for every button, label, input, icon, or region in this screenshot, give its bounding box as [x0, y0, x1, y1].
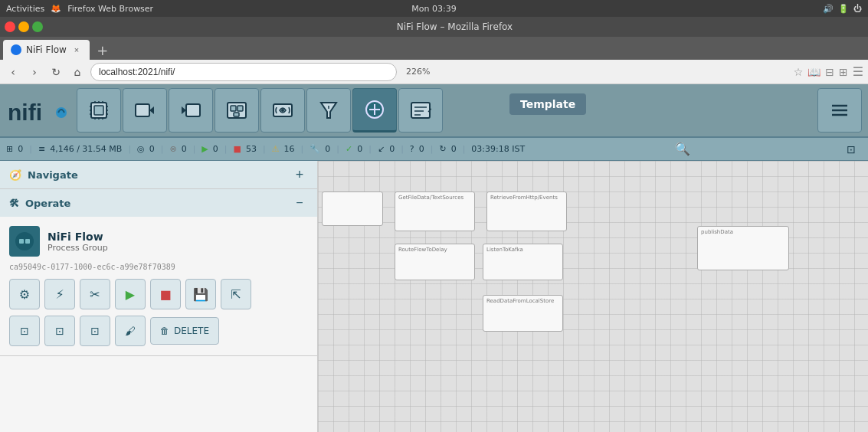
- template-btn[interactable]: [352, 88, 397, 133]
- remote-process-group-btn[interactable]: [260, 88, 305, 133]
- operate-collapse-btn[interactable]: −: [291, 195, 308, 211]
- status-running-val: 0: [213, 144, 218, 154]
- paint-btn[interactable]: 🖌: [115, 316, 146, 346]
- play-btn[interactable]: ▶: [115, 279, 146, 309]
- url-input[interactable]: [90, 63, 397, 81]
- operate-icon: 🛠: [9, 198, 19, 209]
- status-refresh-val: 0: [451, 144, 457, 154]
- new-tab-btn[interactable]: +: [93, 40, 113, 60]
- back-btn[interactable]: ‹: [5, 64, 21, 80]
- status-q-icon: ?: [410, 144, 414, 154]
- collapse-btn[interactable]: ⊡: [840, 139, 862, 160]
- output-port-btn[interactable]: [169, 88, 213, 133]
- forward-btn[interactable]: ›: [26, 64, 43, 80]
- status-q-val: 0: [419, 144, 424, 154]
- tab-nifi-flow[interactable]: NiFi Flow ×: [3, 40, 90, 60]
- svg-rect-22: [237, 106, 243, 111]
- addr-right-controls: ☆ 📖 ⊟ ⊞ ☰: [794, 64, 863, 79]
- input-port-btn[interactable]: [123, 88, 167, 133]
- process-group-details: NiFi Flow Process Group: [47, 231, 108, 253]
- tab-bar: NiFi Flow × +: [0, 37, 868, 60]
- process-group-icon: [9, 226, 40, 257]
- nifi-logo-svg: nifi: [6, 91, 67, 129]
- copy1-btn[interactable]: ⊡: [9, 316, 40, 346]
- menu-icon[interactable]: ☰: [853, 64, 863, 79]
- svg-rect-16: [136, 104, 149, 116]
- nifi-main: 🧭 Navigate + 🛠 Operate −: [0, 161, 868, 432]
- canvas-box-6[interactable]: ReadDataFromLocalStore: [483, 295, 563, 332]
- label-btn[interactable]: [398, 88, 443, 133]
- canvas-box-7[interactable]: publishData: [697, 226, 789, 270]
- reload-btn[interactable]: ↻: [47, 64, 64, 80]
- reader-icon[interactable]: 📖: [807, 66, 821, 78]
- os-topbar: Activities 🦊 Firefox Web Browser Mon 03:…: [0, 0, 868, 17]
- canvas-box-5[interactable]: ListenToKafka: [483, 244, 563, 280]
- status-disabled-val: 0: [182, 144, 187, 154]
- status-valid-val: 0: [357, 144, 362, 154]
- status-warn-icon: ⚠: [272, 144, 280, 154]
- svg-rect-23: [234, 113, 239, 116]
- win-min-btn[interactable]: [18, 21, 29, 32]
- status-warn-val: 16: [284, 144, 295, 154]
- firefox-icon: 🦊: [51, 4, 61, 14]
- nifi-toolbar: nifi: [0, 84, 868, 138]
- status-valid-icon: ✓: [346, 144, 352, 154]
- extensions-icon[interactable]: ⊞: [839, 66, 848, 78]
- operate-buttons-row2: ⊡ ⊡ ⊡ 🖌 🗑 DELETE: [9, 316, 308, 346]
- hamburger-menu-btn[interactable]: [817, 88, 862, 133]
- settings-btn[interactable]: ⚙: [9, 279, 40, 309]
- operate-buttons-row1: ⚙ ⚡ ✂ ▶ ■ 💾 ⇱: [9, 279, 308, 309]
- status-mem-icon: ≡: [38, 144, 45, 154]
- sidebar-toggle[interactable]: ⊟: [825, 66, 834, 78]
- svg-point-25: [281, 109, 284, 112]
- navigate-icon: 🧭: [9, 169, 21, 181]
- process-group-info: NiFi Flow Process Group: [9, 226, 308, 257]
- navigate-title: Navigate: [28, 169, 78, 181]
- delete-btn[interactable]: 🗑 DELETE: [150, 317, 219, 345]
- processor-btn[interactable]: [77, 88, 121, 133]
- status-stopped-val: 53: [246, 144, 257, 154]
- svg-rect-31: [411, 103, 430, 118]
- status-mem-val: 4,146 / 31.54 MB: [50, 144, 122, 154]
- process-group-btn[interactable]: [215, 88, 259, 133]
- os-topbar-right: 🔊 🔋 ⏻: [823, 4, 862, 14]
- canvas-area[interactable]: GetFileData/TextSources RetrieveFromHttp…: [318, 161, 868, 432]
- browser-title: NiFi Flow – Mozilla Firefox: [46, 21, 863, 32]
- operate-header: 🛠 Operate −: [0, 189, 317, 217]
- search-btn[interactable]: 🔍: [672, 139, 693, 160]
- canvas-box-4[interactable]: RouteFlowToDelay: [395, 244, 475, 280]
- win-close-btn[interactable]: [5, 21, 15, 32]
- canvas-box-1[interactable]: [322, 191, 383, 226]
- win-max-btn[interactable]: [32, 21, 43, 32]
- status-invalid-icon: 🔧: [310, 144, 320, 154]
- navigate-section: 🧭 Navigate +: [0, 161, 317, 189]
- navigate-add-btn[interactable]: +: [291, 166, 308, 183]
- save-btn[interactable]: 💾: [185, 279, 216, 309]
- copy2-btn[interactable]: ⊡: [44, 316, 75, 346]
- tab-favicon: [11, 44, 21, 55]
- stop-btn[interactable]: ■: [150, 279, 181, 309]
- frame-btn[interactable]: ⊡: [80, 316, 110, 346]
- scissors-btn[interactable]: ✂: [80, 279, 110, 309]
- tab-close-btn[interactable]: ×: [71, 44, 82, 55]
- bookmark-icon[interactable]: ☆: [794, 66, 804, 78]
- status-grid-val: 0: [18, 144, 23, 154]
- zoom-level: 226%: [401, 65, 434, 78]
- nifi-statusbar: ⊞ 0 | ≡ 4,146 / 31.54 MB | ◎ 0 | ⊗ 0 | ▶…: [0, 138, 868, 161]
- process-group-name: NiFi Flow: [47, 231, 108, 243]
- svg-rect-40: [19, 239, 24, 244]
- status-grid-icon: ⊞: [6, 144, 13, 154]
- funnel-btn[interactable]: [306, 88, 351, 133]
- browser-name: Firefox Web Browser: [67, 4, 153, 14]
- canvas-box-3[interactable]: RetrieveFromHttp/Events: [486, 191, 567, 231]
- delete-label: DELETE: [174, 326, 209, 336]
- operate-section: 🛠 Operate − NiFi Flow Process Gr: [0, 189, 317, 356]
- left-panel: 🧭 Navigate + 🛠 Operate −: [0, 161, 318, 432]
- lightning-btn[interactable]: ⚡: [44, 279, 75, 309]
- expand-btn[interactable]: ⇱: [221, 279, 251, 309]
- canvas-box-2[interactable]: GetFileData/TextSources: [395, 191, 475, 231]
- activities-label[interactable]: Activities: [6, 4, 44, 14]
- home-btn[interactable]: ⌂: [69, 64, 86, 80]
- status-stopped-icon: ■: [234, 144, 241, 154]
- status-time: 03:39:18 IST: [471, 144, 525, 154]
